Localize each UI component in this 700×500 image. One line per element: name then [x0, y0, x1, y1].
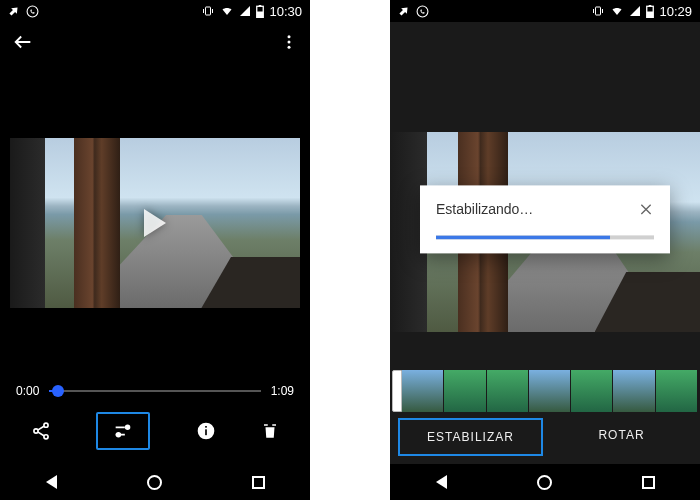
- whatsapp-icon: [26, 5, 39, 18]
- video-frame: [10, 138, 300, 308]
- status-clock: 10:30: [269, 4, 302, 19]
- svg-rect-1: [206, 7, 211, 15]
- progress-bar: [436, 235, 654, 239]
- editor-toolbar: [390, 22, 700, 62]
- nav-back-icon[interactable]: [43, 473, 61, 491]
- edit-button[interactable]: [96, 412, 150, 450]
- time-duration: 1:09: [271, 384, 294, 398]
- phone-screen-editor: 10:29 Estabilizando…: [390, 0, 700, 500]
- timeline-filmstrip[interactable]: [392, 370, 698, 412]
- timeline-frame[interactable]: [402, 370, 443, 412]
- rotate-button[interactable]: ROTAR: [551, 418, 692, 456]
- player-action-row: [0, 402, 310, 464]
- stabilize-button[interactable]: ESTABILIZAR: [398, 418, 543, 456]
- progress-dialog: Estabilizando…: [420, 185, 670, 253]
- status-clock: 10:29: [659, 4, 692, 19]
- wifi-icon: [220, 5, 234, 17]
- nav-back-icon[interactable]: [433, 473, 451, 491]
- svg-rect-19: [649, 5, 652, 6]
- svg-rect-15: [205, 426, 207, 428]
- svg-rect-4: [257, 11, 264, 18]
- svg-rect-17: [596, 7, 601, 15]
- seek-slider[interactable]: [49, 390, 260, 392]
- svg-point-12: [117, 433, 121, 437]
- seek-area: 0:00 1:09: [0, 384, 310, 402]
- signal-icon: [629, 5, 641, 17]
- status-bar: 10:29: [390, 0, 700, 22]
- vibrate-icon: [591, 5, 605, 17]
- battery-icon: [646, 5, 654, 18]
- dialog-title: Estabilizando…: [436, 201, 533, 217]
- trim-handle-left[interactable]: [392, 370, 402, 412]
- svg-point-7: [288, 46, 291, 49]
- location-icon: [398, 5, 410, 17]
- timeline-frame[interactable]: [656, 370, 697, 412]
- nav-recent-icon[interactable]: [249, 473, 267, 491]
- timeline-frame[interactable]: [487, 370, 528, 412]
- android-nav-bar: [0, 464, 310, 500]
- editor-tabs: ESTABILIZAR ROTAR: [390, 414, 700, 464]
- video-viewport[interactable]: [0, 62, 310, 384]
- share-icon[interactable]: [31, 421, 51, 441]
- nav-recent-icon[interactable]: [639, 473, 657, 491]
- svg-point-6: [288, 41, 291, 44]
- overflow-menu-icon[interactable]: [280, 33, 298, 51]
- close-icon[interactable]: [638, 201, 654, 217]
- location-icon: [8, 5, 20, 17]
- timeline-frame[interactable]: [571, 370, 612, 412]
- signal-icon: [239, 5, 251, 17]
- back-icon[interactable]: [12, 31, 34, 53]
- svg-rect-20: [647, 11, 654, 18]
- svg-point-5: [288, 35, 291, 38]
- play-button[interactable]: [10, 138, 300, 308]
- time-current: 0:00: [16, 384, 39, 398]
- info-icon[interactable]: [196, 421, 216, 441]
- whatsapp-icon: [416, 5, 429, 18]
- status-bar: 10:30: [0, 0, 310, 22]
- svg-rect-3: [259, 5, 262, 6]
- svg-point-11: [126, 426, 130, 430]
- svg-point-0: [27, 6, 38, 17]
- timeline-frame[interactable]: [529, 370, 570, 412]
- svg-point-16: [417, 6, 428, 17]
- player-toolbar: [0, 22, 310, 62]
- phone-screen-player: 10:30 0:00 1:09: [0, 0, 310, 500]
- battery-icon: [256, 5, 264, 18]
- nav-home-icon[interactable]: [536, 473, 554, 491]
- wifi-icon: [610, 5, 624, 17]
- svg-rect-14: [205, 429, 207, 435]
- timeline-frame[interactable]: [613, 370, 654, 412]
- timeline-frame[interactable]: [444, 370, 485, 412]
- android-nav-bar: [390, 464, 700, 500]
- nav-home-icon[interactable]: [146, 473, 164, 491]
- editor-viewport: Estabilizando…: [390, 62, 700, 370]
- vibrate-icon: [201, 5, 215, 17]
- delete-icon[interactable]: [261, 421, 279, 441]
